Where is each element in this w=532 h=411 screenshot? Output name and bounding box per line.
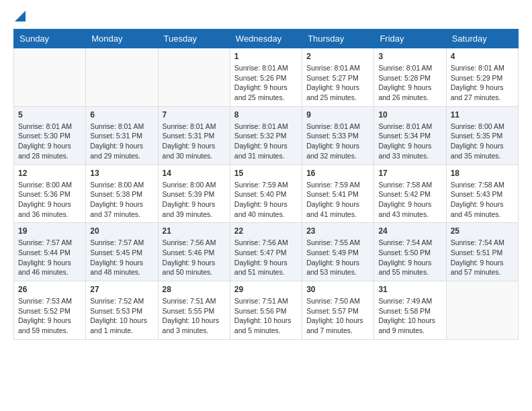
calendar-header: SundayMondayTuesdayWednesdayThursdayFrid…	[14, 30, 519, 48]
week-row-1: 1Sunrise: 8:01 AM Sunset: 5:26 PM Daylig…	[14, 48, 519, 107]
day-number: 3	[378, 52, 441, 61]
day-number: 23	[306, 226, 369, 236]
day-number: 11	[451, 110, 514, 120]
day-number: 9	[306, 110, 369, 120]
calendar-cell: 9Sunrise: 8:01 AM Sunset: 5:33 PM Daylig…	[302, 106, 374, 165]
week-row-4: 19Sunrise: 7:57 AM Sunset: 5:44 PM Dayli…	[14, 223, 519, 281]
day-header-friday: Friday	[374, 30, 446, 48]
day-info: Sunrise: 7:54 AM Sunset: 5:50 PM Dayligh…	[378, 238, 441, 277]
week-row-3: 12Sunrise: 8:00 AM Sunset: 5:36 PM Dayli…	[14, 165, 519, 223]
day-header-tuesday: Tuesday	[158, 30, 230, 48]
calendar-cell: 12Sunrise: 8:00 AM Sunset: 5:36 PM Dayli…	[14, 165, 86, 223]
day-number: 20	[90, 226, 153, 236]
day-info: Sunrise: 8:00 AM Sunset: 5:36 PM Dayligh…	[18, 180, 81, 220]
calendar-cell: 18Sunrise: 7:58 AM Sunset: 5:43 PM Dayli…	[446, 165, 518, 223]
day-number: 12	[18, 169, 81, 178]
day-info: Sunrise: 8:01 AM Sunset: 5:31 PM Dayligh…	[163, 122, 226, 161]
day-info: Sunrise: 7:50 AM Sunset: 5:57 PM Dayligh…	[306, 296, 369, 336]
calendar-cell: 31Sunrise: 7:49 AM Sunset: 5:58 PM Dayli…	[374, 281, 446, 340]
day-number: 27	[90, 285, 153, 294]
calendar-cell: 15Sunrise: 7:59 AM Sunset: 5:40 PM Dayli…	[230, 165, 302, 223]
day-number: 31	[378, 285, 441, 294]
day-info: Sunrise: 8:01 AM Sunset: 5:32 PM Dayligh…	[234, 122, 298, 161]
calendar-table: SundayMondayTuesdayWednesdayThursdayFrid…	[13, 29, 519, 340]
day-info: Sunrise: 8:01 AM Sunset: 5:27 PM Dayligh…	[306, 63, 369, 103]
day-header-monday: Monday	[86, 30, 158, 48]
day-header-row: SundayMondayTuesdayWednesdayThursdayFrid…	[14, 30, 519, 48]
calendar-cell: 16Sunrise: 7:59 AM Sunset: 5:41 PM Dayli…	[302, 165, 374, 223]
calendar-cell	[446, 281, 518, 340]
day-info: Sunrise: 8:00 AM Sunset: 5:38 PM Dayligh…	[90, 180, 153, 220]
calendar-cell: 14Sunrise: 8:00 AM Sunset: 5:39 PM Dayli…	[158, 165, 230, 223]
day-header-wednesday: Wednesday	[230, 30, 302, 48]
day-info: Sunrise: 7:56 AM Sunset: 5:47 PM Dayligh…	[234, 238, 298, 277]
day-number: 6	[90, 110, 153, 120]
day-number: 1	[234, 52, 298, 61]
day-number: 5	[18, 110, 81, 120]
day-number: 8	[234, 110, 298, 120]
day-info: Sunrise: 8:01 AM Sunset: 5:26 PM Dayligh…	[234, 63, 298, 103]
day-number: 26	[18, 285, 81, 294]
day-number: 30	[306, 285, 369, 294]
calendar-cell: 25Sunrise: 7:54 AM Sunset: 5:51 PM Dayli…	[446, 223, 518, 281]
day-header-sunday: Sunday	[14, 30, 86, 48]
day-info: Sunrise: 7:49 AM Sunset: 5:58 PM Dayligh…	[378, 296, 441, 336]
page-header	[13, 13, 519, 22]
day-info: Sunrise: 8:00 AM Sunset: 5:39 PM Dayligh…	[163, 180, 226, 220]
calendar-cell: 24Sunrise: 7:54 AM Sunset: 5:50 PM Dayli…	[374, 223, 446, 281]
calendar-cell: 26Sunrise: 7:53 AM Sunset: 5:52 PM Dayli…	[14, 281, 86, 340]
calendar-cell: 3Sunrise: 8:01 AM Sunset: 5:28 PM Daylig…	[374, 48, 446, 107]
day-info: Sunrise: 7:52 AM Sunset: 5:53 PM Dayligh…	[90, 296, 153, 336]
calendar-cell: 21Sunrise: 7:56 AM Sunset: 5:46 PM Dayli…	[158, 223, 230, 281]
day-number: 17	[378, 169, 441, 178]
day-info: Sunrise: 7:51 AM Sunset: 5:56 PM Dayligh…	[234, 296, 298, 336]
calendar-cell: 1Sunrise: 8:01 AM Sunset: 5:26 PM Daylig…	[230, 48, 302, 107]
day-info: Sunrise: 8:01 AM Sunset: 5:31 PM Dayligh…	[90, 122, 153, 161]
calendar-cell: 20Sunrise: 7:57 AM Sunset: 5:45 PM Dayli…	[86, 223, 158, 281]
calendar-cell: 5Sunrise: 8:01 AM Sunset: 5:30 PM Daylig…	[14, 106, 86, 165]
day-info: Sunrise: 8:01 AM Sunset: 5:29 PM Dayligh…	[451, 63, 514, 103]
day-number: 22	[234, 226, 298, 236]
day-info: Sunrise: 7:58 AM Sunset: 5:43 PM Dayligh…	[451, 180, 514, 220]
day-header-saturday: Saturday	[446, 30, 518, 48]
day-number: 21	[163, 226, 226, 236]
logo	[13, 13, 26, 22]
calendar-cell: 4Sunrise: 8:01 AM Sunset: 5:29 PM Daylig…	[446, 48, 518, 107]
calendar-cell	[158, 48, 230, 107]
day-info: Sunrise: 8:01 AM Sunset: 5:30 PM Dayligh…	[18, 122, 81, 161]
day-number: 14	[163, 169, 226, 178]
day-info: Sunrise: 7:57 AM Sunset: 5:45 PM Dayligh…	[90, 238, 153, 277]
day-number: 7	[163, 110, 226, 120]
day-number: 19	[18, 226, 81, 236]
calendar-cell: 23Sunrise: 7:55 AM Sunset: 5:49 PM Dayli…	[302, 223, 374, 281]
calendar-cell: 19Sunrise: 7:57 AM Sunset: 5:44 PM Dayli…	[14, 223, 86, 281]
day-number: 13	[90, 169, 153, 178]
day-info: Sunrise: 7:55 AM Sunset: 5:49 PM Dayligh…	[306, 238, 369, 277]
calendar-cell: 11Sunrise: 8:00 AM Sunset: 5:35 PM Dayli…	[446, 106, 518, 165]
day-number: 4	[451, 52, 514, 61]
calendar-cell: 29Sunrise: 7:51 AM Sunset: 5:56 PM Dayli…	[230, 281, 302, 340]
calendar-cell: 10Sunrise: 8:01 AM Sunset: 5:34 PM Dayli…	[374, 106, 446, 165]
calendar-cell: 7Sunrise: 8:01 AM Sunset: 5:31 PM Daylig…	[158, 106, 230, 165]
day-number: 18	[451, 169, 514, 178]
calendar-cell: 13Sunrise: 8:00 AM Sunset: 5:38 PM Dayli…	[86, 165, 158, 223]
day-info: Sunrise: 8:01 AM Sunset: 5:33 PM Dayligh…	[306, 122, 369, 161]
day-number: 10	[378, 110, 441, 120]
day-number: 25	[451, 226, 514, 236]
day-number: 28	[163, 285, 226, 294]
day-info: Sunrise: 8:01 AM Sunset: 5:34 PM Dayligh…	[378, 122, 441, 161]
day-info: Sunrise: 8:00 AM Sunset: 5:35 PM Dayligh…	[451, 122, 514, 161]
day-number: 15	[234, 169, 298, 178]
calendar-cell: 17Sunrise: 7:58 AM Sunset: 5:42 PM Dayli…	[374, 165, 446, 223]
day-info: Sunrise: 7:57 AM Sunset: 5:44 PM Dayligh…	[18, 238, 81, 277]
day-info: Sunrise: 7:59 AM Sunset: 5:40 PM Dayligh…	[234, 180, 298, 220]
day-info: Sunrise: 7:54 AM Sunset: 5:51 PM Dayligh…	[451, 238, 514, 277]
calendar-cell: 22Sunrise: 7:56 AM Sunset: 5:47 PM Dayli…	[230, 223, 302, 281]
day-info: Sunrise: 7:58 AM Sunset: 5:42 PM Dayligh…	[378, 180, 441, 220]
logo-triangle-icon	[15, 11, 26, 25]
week-row-2: 5Sunrise: 8:01 AM Sunset: 5:30 PM Daylig…	[14, 106, 519, 165]
day-number: 24	[378, 226, 441, 236]
calendar-cell: 28Sunrise: 7:51 AM Sunset: 5:55 PM Dayli…	[158, 281, 230, 340]
day-info: Sunrise: 8:01 AM Sunset: 5:28 PM Dayligh…	[378, 63, 441, 103]
calendar-cell: 6Sunrise: 8:01 AM Sunset: 5:31 PM Daylig…	[86, 106, 158, 165]
